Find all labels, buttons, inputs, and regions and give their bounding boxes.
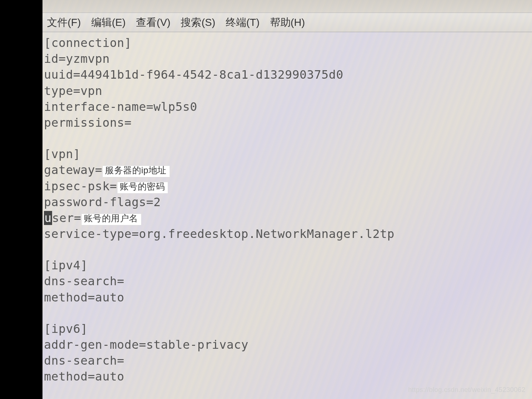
config-uuid: uuid=44941b1d-f964-4542-8ca1-d132990375d… [44,67,532,83]
config-ipv6-method: method=auto [44,369,532,385]
config-section-ipv6: [ipv6] [44,321,532,337]
menu-help[interactable]: 帮助(H) [270,16,305,30]
config-ipv4-method: method=auto [44,290,532,306]
menu-search[interactable]: 搜索(S) [181,16,215,30]
ipsec-key: ipsec-psk= [44,179,117,193]
blank-line [44,242,532,258]
blank-line [44,131,532,146]
config-section-connection: [connection] [44,35,532,51]
user-redacted-note: 账号的用户名 [81,214,141,225]
config-ipsec-psk: ipsec-psk=账号的密码 [44,178,532,194]
config-section-vpn: [vpn] [44,146,532,162]
menu-file[interactable]: 文件(F) [47,16,81,30]
ipsec-redacted-note: 账号的密码 [117,182,168,194]
gateway-key: gateway= [44,163,102,177]
blank-line [44,306,532,321]
window-titlebar-space [42,0,532,13]
config-service-type: service-type=org.freedesktop.NetworkMana… [44,226,532,242]
cursor-block: u [44,211,52,225]
menu-edit[interactable]: 编辑(E) [91,16,126,30]
editor-content[interactable]: [connection] id=yzmvpn uuid=44941b1d-f96… [42,32,532,385]
menu-view[interactable]: 查看(V) [136,16,170,30]
config-ipv4-dns: dns-search= [44,273,532,289]
config-permissions: permissions= [44,115,532,131]
config-ipv6-addrgen: addr-gen-mode=stable-privacy [44,337,532,353]
user-key-rest: ser= [52,211,81,225]
gateway-redacted-note: 服务器的ip地址 [102,166,170,177]
config-user: user=账号的用户名 [44,210,532,226]
config-id: id=yzmvpn [44,51,532,67]
menu-bar: 文件(F) 编辑(E) 查看(V) 搜索(S) 终端(T) 帮助(H) [42,13,532,32]
terminal-window: 文件(F) 编辑(E) 查看(V) 搜索(S) 终端(T) 帮助(H) [con… [42,0,532,399]
config-gateway: gateway=服务器的ip地址 [44,162,532,178]
config-password-flags: password-flags=2 [44,194,532,210]
config-section-ipv4: [ipv4] [44,258,532,273]
watermark-text: https://blog.csdn.net/weixin_45230062 [408,386,525,394]
config-interface: interface-name=wlp5s0 [44,99,532,115]
config-type: type=vpn [44,83,532,99]
config-ipv6-dns: dns-search= [44,353,532,369]
menu-terminal[interactable]: 终端(T) [226,16,260,30]
